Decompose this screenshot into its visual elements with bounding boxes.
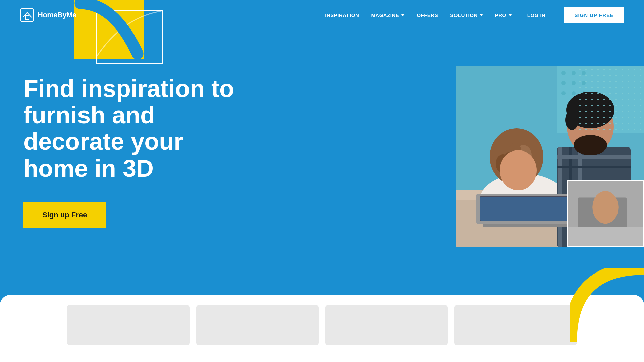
svg-point-5 xyxy=(572,71,576,75)
svg-rect-1 xyxy=(25,15,29,19)
svg-point-38 xyxy=(592,191,619,224)
hero-heading: Find inspiration to furnish and decorate… xyxy=(23,75,234,182)
bottom-card-1 xyxy=(67,305,190,345)
bottom-content xyxy=(0,295,644,355)
nav-magazine[interactable]: MAGAZINE xyxy=(371,12,405,18)
hero-section: Find inspiration to furnish and decorate… xyxy=(23,75,234,228)
header: HomeByMe INSPIRATION MAGAZINE OFFERS SOL… xyxy=(0,0,644,30)
nav-solution[interactable]: SOLUTION xyxy=(450,12,483,18)
nav-pro[interactable]: PRO xyxy=(495,12,512,18)
svg-point-31 xyxy=(574,135,607,155)
svg-point-11 xyxy=(572,91,576,95)
bottom-card-2 xyxy=(196,305,319,345)
svg-point-4 xyxy=(561,71,566,75)
signup-hero-button[interactable]: Sign up Free xyxy=(23,202,106,228)
nav-offers[interactable]: OFFERS xyxy=(417,12,438,18)
chevron-down-icon xyxy=(401,14,405,16)
signup-header-button[interactable]: SIGN UP FREE xyxy=(564,7,624,23)
main-nav: INSPIRATION MAGAZINE OFFERS SOLUTION PRO… xyxy=(325,7,624,23)
svg-point-30 xyxy=(565,110,579,130)
chevron-down-icon xyxy=(480,14,483,16)
bottom-card-3 xyxy=(325,305,448,345)
svg-point-10 xyxy=(561,91,566,95)
hero-image xyxy=(456,66,644,247)
svg-point-21 xyxy=(500,150,537,190)
inset-photo-svg xyxy=(568,181,643,246)
svg-point-7 xyxy=(561,81,566,85)
svg-point-8 xyxy=(572,81,576,85)
yellow-arc-svg xyxy=(570,268,644,342)
bottom-card-4 xyxy=(454,305,577,345)
chevron-down-icon xyxy=(508,14,512,16)
hero-cta: Sign up Free xyxy=(23,202,234,228)
svg-rect-39 xyxy=(568,227,643,246)
bottom-section xyxy=(0,295,644,362)
polka-dot-pattern xyxy=(577,66,644,133)
nav-inspiration[interactable]: INSPIRATION xyxy=(325,12,359,18)
bottom-right-decoration xyxy=(570,268,644,342)
login-button[interactable]: LOG IN xyxy=(527,12,546,18)
logo-text: HomeByMe xyxy=(38,11,76,19)
inset-photo xyxy=(567,180,644,247)
logo-icon xyxy=(20,8,34,22)
logo[interactable]: HomeByMe xyxy=(20,8,76,22)
